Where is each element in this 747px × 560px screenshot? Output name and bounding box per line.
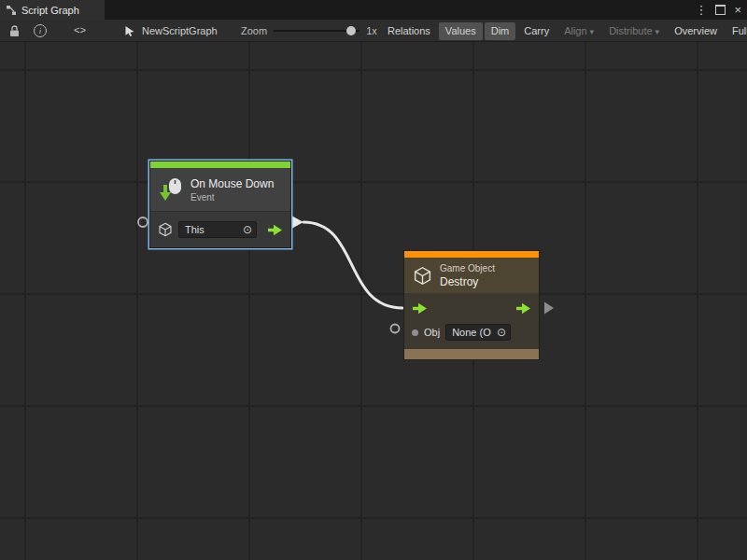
toolbar-left-group: i <>	[5, 20, 86, 42]
event-node-subtitle: Event	[190, 192, 274, 203]
obj-object-field[interactable]: None (O ⊙	[445, 324, 511, 341]
chevron-down-icon: ▾	[590, 27, 595, 36]
info-icon[interactable]: i	[31, 22, 49, 39]
align-button-label: Align	[564, 25, 586, 36]
destroy-flow-output-port[interactable]	[515, 302, 531, 315]
zoom-label: Zoom	[241, 25, 267, 36]
destroy-node-header: Game Object Destroy	[404, 258, 539, 293]
event-flow-output-port[interactable]	[267, 224, 283, 236]
menu-icon[interactable]: ⋮	[695, 4, 707, 16]
graph-tab-icon	[6, 5, 17, 16]
destroy-node-title: Destroy	[440, 275, 495, 288]
tab-script-graph[interactable]: Script Graph	[0, 0, 105, 20]
destroy-node-titles: Game Object Destroy	[440, 263, 495, 288]
close-icon[interactable]: ×	[734, 4, 741, 16]
event-target-field[interactable]: This ⊙	[178, 221, 257, 238]
mouse-down-event-icon	[159, 177, 183, 202]
destroy-output-port[interactable]	[544, 302, 554, 315]
event-node-header-strip	[150, 161, 290, 168]
destroy-flow-input-port[interactable]	[412, 302, 428, 315]
window-controls: ⋮ ×	[695, 0, 745, 20]
event-target-value: This	[185, 224, 204, 235]
distribute-button-label: Distribute	[609, 25, 652, 36]
zoom-control: Zoom 1x	[241, 20, 377, 42]
overview-button[interactable]: Overview	[668, 22, 724, 40]
graph-canvas[interactable]: On Mouse Down Event This ⊙	[0, 42, 747, 560]
dim-button[interactable]: Dim	[485, 22, 516, 40]
destroy-obj-input-port[interactable]	[391, 325, 400, 333]
obj-param-label: Obj	[424, 327, 440, 338]
script-graph-window: Script Graph ⋮ × i <> NewScriptGraph Zoo…	[0, 0, 747, 560]
graph-name: NewScriptGraph	[142, 25, 218, 36]
distribute-button[interactable]: Distribute▾	[602, 22, 666, 40]
event-node-header: On Mouse Down Event	[150, 168, 290, 211]
obj-port-dot-icon	[412, 329, 418, 336]
obj-object-value: None (O	[452, 327, 491, 338]
wire-layer	[0, 42, 747, 560]
destroy-flow-row	[412, 299, 531, 317]
event-node-titles: On Mouse Down Event	[190, 177, 274, 203]
fullscreen-button[interactable]: Full S	[726, 22, 747, 40]
titlebar: Script Graph ⋮ ×	[0, 0, 747, 20]
event-node-body: This ⊙	[150, 211, 290, 247]
target-picker-icon: ⊙	[497, 327, 506, 338]
wire-start-arrow-icon	[292, 217, 303, 229]
toolbar-buttons: Relations Values Dim Carry Align▾ Distri…	[381, 20, 747, 42]
destroy-node-category: Game Object	[440, 263, 495, 273]
lock-icon[interactable]	[5, 22, 23, 39]
tab-title: Script Graph	[21, 5, 79, 16]
maximize-icon[interactable]	[715, 5, 726, 15]
destroy-node-footer-strip	[404, 349, 539, 359]
graph-breadcrumb[interactable]: NewScriptGraph	[124, 20, 218, 42]
destroy-node-body: Obj None (O ⊙	[404, 293, 539, 349]
zoom-slider-thumb[interactable]	[346, 26, 356, 35]
node-on-mouse-down[interactable]: On Mouse Down Event This ⊙	[149, 161, 291, 248]
carry-button[interactable]: Carry	[517, 22, 556, 40]
destroy-obj-row: Obj None (O ⊙	[412, 323, 531, 342]
graph-toolbar: i <> NewScriptGraph Zoom 1x Relations Va…	[0, 20, 747, 42]
relations-button[interactable]: Relations	[381, 22, 437, 40]
event-node-title: On Mouse Down	[190, 177, 274, 190]
cube-icon	[413, 266, 432, 286]
code-icon[interactable]: <>	[74, 25, 86, 36]
align-button[interactable]: Align▾	[557, 22, 600, 40]
event-node-input-port[interactable]	[138, 217, 148, 227]
cube-icon	[158, 222, 173, 237]
zoom-value: 1x	[366, 25, 377, 36]
chevron-down-icon: ▾	[655, 27, 660, 36]
target-picker-icon: ⊙	[243, 224, 252, 235]
values-button[interactable]: Values	[439, 22, 483, 40]
cursor-icon	[124, 25, 135, 37]
zoom-slider[interactable]	[274, 24, 359, 37]
connection-wire[interactable]	[303, 222, 402, 308]
destroy-node-header-strip	[404, 251, 539, 258]
node-destroy[interactable]: Game Object Destroy	[403, 250, 540, 360]
